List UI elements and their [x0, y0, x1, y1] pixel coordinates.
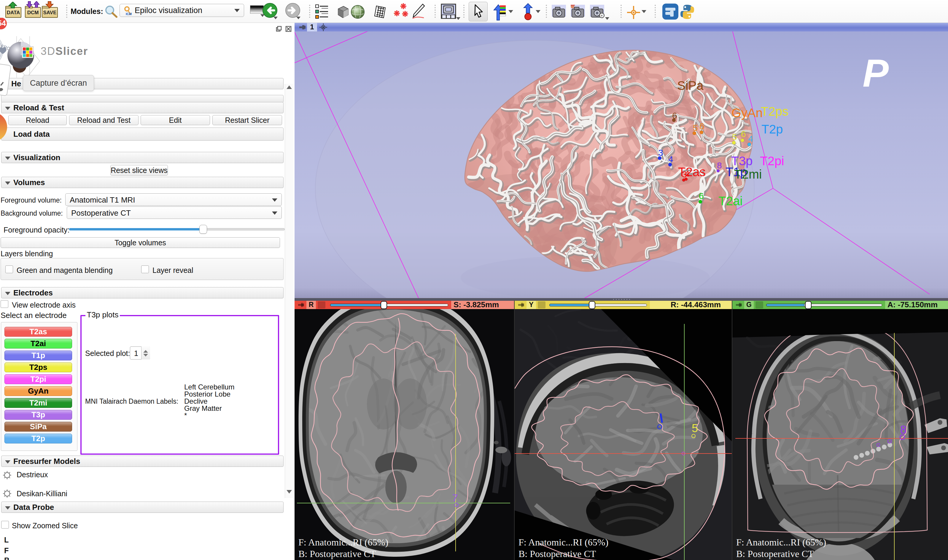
- svg-text:4: 4: [668, 154, 673, 164]
- svg-text:F: Anatomic...RI (65%): F: Anatomic...RI (65%): [519, 537, 608, 548]
- svg-text:+: +: [601, 14, 603, 18]
- svg-text:6: 6: [741, 129, 746, 139]
- svg-text:T2pi: T2pi: [760, 154, 784, 168]
- svg-text:SiPa: SiPa: [677, 78, 703, 92]
- svg-text:F: Anatomic...RI (65%): F: Anatomic...RI (65%): [736, 537, 826, 548]
- svg-text:5: 5: [693, 123, 698, 132]
- svg-text:54: 54: [0, 19, 6, 27]
- svg-text:T2mi: T2mi: [734, 167, 762, 181]
- svg-text:6: 6: [699, 191, 704, 201]
- svg-text:8: 8: [900, 423, 906, 436]
- svg-text:B: Postoperative CT: B: Postoperative CT: [299, 548, 376, 559]
- svg-text:T2p: T2p: [762, 122, 783, 136]
- svg-text:8: 8: [717, 160, 722, 170]
- svg-text:3: 3: [658, 148, 663, 157]
- svg-text:B: Postoperative CT: B: Postoperative CT: [736, 548, 814, 559]
- svg-text:6: 6: [672, 111, 677, 120]
- svg-text:3DSlicer: 3DSlicer: [41, 45, 88, 57]
- svg-text:7: 7: [452, 492, 458, 503]
- svg-text:T2as: T2as: [678, 165, 706, 179]
- svg-text:T2ai: T2ai: [719, 194, 743, 208]
- svg-text:B: Postoperative CT: B: Postoperative CT: [519, 548, 596, 559]
- svg-text:F: Anatomic...RI (65%): F: Anatomic...RI (65%): [299, 537, 388, 548]
- svg-text:5: 5: [692, 422, 698, 435]
- svg-text:ICM: ICM: [126, 12, 132, 15]
- svg-text:4: 4: [748, 134, 753, 143]
- svg-text:GyAn: GyAn: [731, 106, 763, 120]
- svg-text:P: P: [863, 51, 889, 95]
- svg-text:6: 6: [699, 121, 705, 131]
- svg-text:5: 5: [732, 132, 737, 142]
- svg-text:T2ps: T2ps: [761, 105, 788, 118]
